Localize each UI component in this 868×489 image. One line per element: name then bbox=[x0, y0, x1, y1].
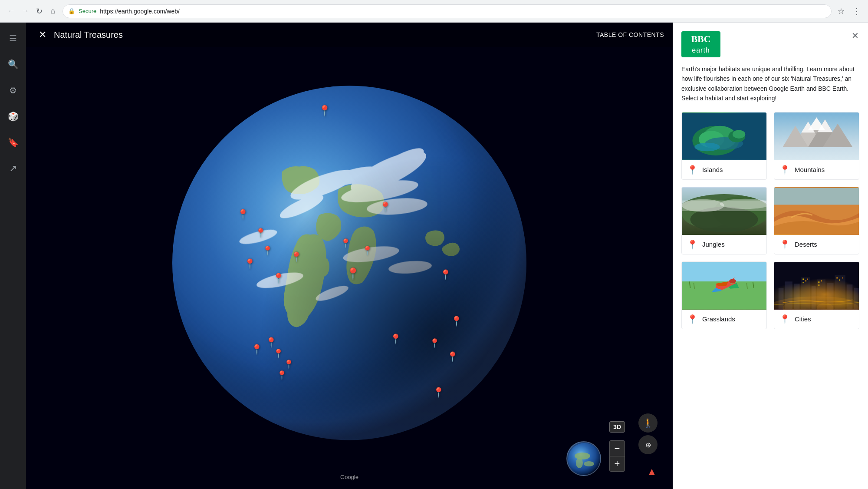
habitat-card-deserts[interactable]: 📍 Deserts bbox=[774, 187, 859, 254]
bbc-earth-logo: BBC earth bbox=[681, 31, 720, 57]
map-pin[interactable]: 📍 bbox=[318, 105, 331, 117]
deserts-name: Deserts bbox=[795, 241, 817, 248]
threed-toggle-button[interactable]: 3D bbox=[609, 421, 625, 433]
sidebar-share-button[interactable]: ↗ bbox=[4, 160, 22, 177]
search-icon: 🔍 bbox=[8, 59, 19, 69]
deserts-pin-icon: 📍 bbox=[779, 239, 790, 250]
map-pin[interactable]: 📍 bbox=[379, 202, 391, 213]
habitat-card-mountains[interactable]: 📍 Mountains bbox=[774, 112, 859, 180]
map-pin[interactable]: 📍 bbox=[255, 228, 266, 238]
svg-point-25 bbox=[694, 142, 720, 151]
zoom-out-button[interactable]: − bbox=[609, 440, 625, 456]
app-container: ☰ 🔍 ⚙ 🎲 🔖 ↗ ✕ Natural Treasures TABLE OF… bbox=[0, 23, 868, 489]
habitat-label-jungles: 📍 Jungles bbox=[682, 235, 766, 254]
story-title: Natural Treasures bbox=[54, 30, 596, 40]
svg-point-18 bbox=[584, 461, 594, 466]
habitat-label-cities: 📍 Cities bbox=[774, 310, 859, 329]
panel-description: Earth's major habitats are unique and th… bbox=[681, 64, 859, 103]
cities-name: Cities bbox=[795, 315, 811, 323]
map-pin[interactable]: 📍 bbox=[340, 238, 351, 249]
map-pin[interactable]: 📍 bbox=[251, 344, 263, 356]
city-lights-overlay bbox=[774, 271, 859, 310]
habitat-label-islands: 📍 Islands bbox=[682, 160, 766, 179]
share-icon: ↗ bbox=[9, 163, 17, 174]
bbc-logo-text: BBC earth bbox=[691, 34, 710, 55]
map-pin[interactable]: 📍 bbox=[244, 259, 256, 270]
habitat-card-jungles[interactable]: 📍 Jungles bbox=[681, 187, 767, 254]
habitat-image-grasslands bbox=[682, 262, 766, 310]
habitat-image-jungles bbox=[682, 187, 766, 235]
map-pin[interactable]: 📍 bbox=[440, 269, 451, 281]
browser-chrome: ← → ↻ ⌂ 🔒 Secure https://earth.google.co… bbox=[0, 0, 868, 23]
forward-button[interactable]: → bbox=[19, 5, 31, 17]
mountains-name: Mountains bbox=[795, 166, 825, 173]
map-pin[interactable]: 📍 bbox=[346, 267, 360, 281]
browser-menu-button[interactable]: ⋮ bbox=[851, 5, 863, 17]
bookmark-star-button[interactable]: ☆ bbox=[835, 5, 847, 17]
table-of-contents-button[interactable]: TABLE OF CONTENTS bbox=[596, 31, 664, 38]
address-bar[interactable]: 🔒 Secure https://earth.google.com/web/ bbox=[62, 4, 832, 18]
sidebar-random-button[interactable]: 🎲 bbox=[4, 108, 22, 125]
grasslands-pin-icon: 📍 bbox=[687, 314, 698, 324]
sidebar-search-button[interactable]: 🔍 bbox=[4, 56, 22, 73]
sidebar-bookmark-button[interactable]: 🔖 bbox=[4, 134, 22, 151]
grasslands-name: Grasslands bbox=[702, 315, 735, 323]
svg-point-16 bbox=[568, 443, 601, 476]
map-pin[interactable]: 📍 bbox=[273, 349, 284, 359]
deserts-image bbox=[774, 187, 859, 235]
habitat-image-cities bbox=[774, 262, 859, 310]
refresh-button[interactable]: ↻ bbox=[33, 5, 45, 17]
map-pin[interactable]: 📍 bbox=[262, 245, 273, 256]
islands-image bbox=[682, 112, 766, 160]
map-pin[interactable]: 📍 bbox=[429, 338, 440, 348]
pins-container: 📍 📍 📍 📍 📍 📍 📍 📍 📍 📍 📍 📍 📍 📍 📍 bbox=[171, 85, 527, 441]
earth-globe-container: 📍 📍 📍 📍 📍 📍 📍 📍 📍 📍 📍 📍 📍 📍 📍 bbox=[171, 85, 527, 441]
map-pin[interactable]: 📍 bbox=[433, 387, 444, 398]
svg-point-17 bbox=[575, 453, 590, 459]
map-pin[interactable]: 📍 bbox=[362, 245, 373, 256]
habitat-card-grasslands[interactable]: 📍 Grasslands bbox=[681, 261, 767, 329]
svg-point-42 bbox=[682, 199, 724, 211]
habitat-image-deserts bbox=[774, 187, 859, 235]
sidebar-settings-button[interactable]: ⚙ bbox=[4, 82, 22, 99]
bookmark-icon: 🔖 bbox=[8, 137, 19, 148]
map-pin[interactable]: 📍 bbox=[283, 359, 294, 370]
map-pin[interactable]: 📍 bbox=[237, 209, 249, 220]
habitat-card-cities[interactable]: 📍 Cities bbox=[774, 261, 859, 329]
back-button[interactable]: ← bbox=[5, 5, 17, 17]
person-view-button[interactable]: 🚶 bbox=[638, 413, 658, 433]
grasslands-image bbox=[682, 262, 766, 310]
settings-icon: ⚙ bbox=[9, 85, 17, 96]
map-pin[interactable]: 📍 bbox=[273, 273, 284, 284]
islands-pin-icon: 📍 bbox=[687, 165, 698, 175]
right-panel: ✕ BBC earth Earth's major habitats are u… bbox=[673, 23, 868, 489]
map-pin[interactable]: 📍 bbox=[276, 370, 287, 380]
habitat-image-islands bbox=[682, 112, 766, 160]
secure-icon: 🔒 bbox=[68, 8, 75, 14]
zoom-controls: − + bbox=[609, 440, 625, 472]
recenter-button[interactable]: ⊕ bbox=[638, 435, 658, 454]
sidebar-menu-button[interactable]: ☰ bbox=[4, 30, 22, 47]
cities-pin-icon: 📍 bbox=[779, 314, 790, 324]
google-watermark: Google bbox=[340, 474, 358, 480]
map-header: ✕ Natural Treasures TABLE OF CONTENTS bbox=[26, 23, 673, 47]
map-pin[interactable]: 📍 bbox=[290, 251, 302, 263]
habitat-label-grasslands: 📍 Grasslands bbox=[682, 310, 766, 329]
jungles-pin-icon: 📍 bbox=[687, 239, 698, 250]
story-close-button[interactable]: ✕ bbox=[35, 27, 50, 43]
jungles-name: Jungles bbox=[702, 241, 725, 248]
mountains-pin-icon: 📍 bbox=[779, 165, 790, 175]
map-pin[interactable]: 📍 bbox=[450, 316, 462, 327]
map-pin[interactable]: 📍 bbox=[447, 351, 458, 363]
panel-close-button[interactable]: ✕ bbox=[849, 30, 861, 42]
home-button[interactable]: ⌂ bbox=[47, 5, 59, 17]
compass[interactable]: ▲ bbox=[645, 465, 658, 478]
svg-rect-45 bbox=[774, 188, 859, 205]
mini-globe[interactable] bbox=[566, 441, 601, 476]
map-pin[interactable]: 📍 bbox=[390, 334, 401, 345]
map-pin[interactable]: 📍 bbox=[265, 337, 277, 348]
habitat-card-islands[interactable]: 📍 Islands bbox=[681, 112, 767, 180]
zoom-in-button[interactable]: + bbox=[609, 456, 625, 472]
dice-icon: 🎲 bbox=[8, 111, 19, 122]
nav-buttons: ← → ↻ ⌂ bbox=[5, 5, 59, 17]
